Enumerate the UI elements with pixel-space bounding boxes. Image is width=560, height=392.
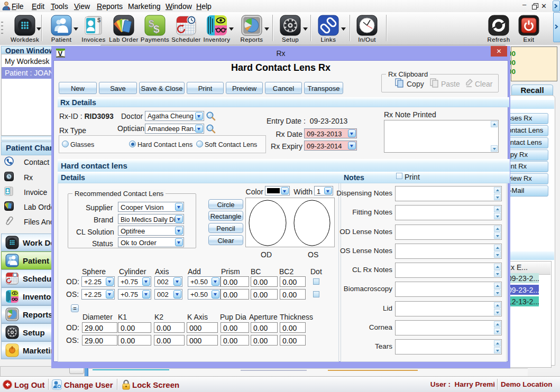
svg-text:$: $ (97, 17, 100, 23)
svg-text:V: V (58, 50, 63, 58)
svg-text:$: $ (153, 23, 160, 35)
